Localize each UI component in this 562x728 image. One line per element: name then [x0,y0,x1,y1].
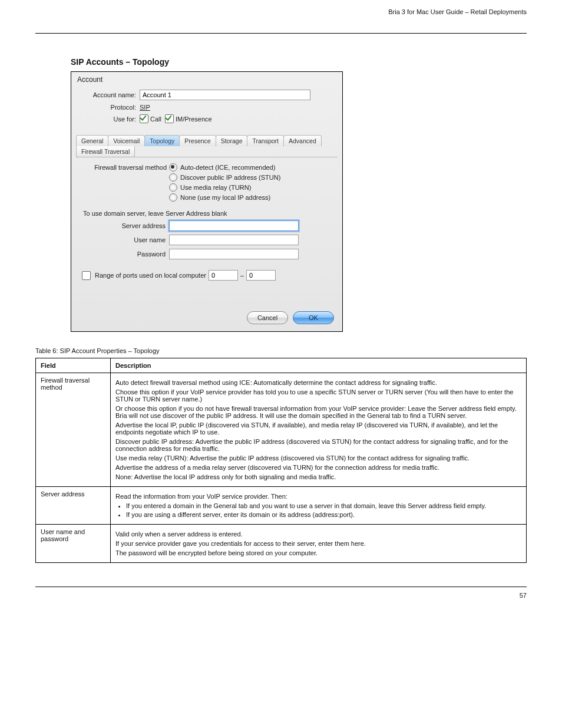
table-row: Server address Read the information from… [36,487,527,525]
page-number: 57 [520,592,527,599]
port-from-input[interactable] [209,270,238,281]
desc-bullet: If you are using a different server, ent… [126,511,521,518]
radio-auto-detect[interactable] [169,163,177,172]
use-for-call-label: Call [150,116,161,123]
tab-storage[interactable]: Storage [216,135,248,146]
tab-advanced[interactable]: Advanced [283,135,322,146]
user-name-input[interactable] [169,235,299,245]
firewall-method-label: Firewall traversal method [83,164,169,171]
tab-general[interactable]: General [76,135,108,146]
radio-auto-detect-label: Auto-detect (ICE, recommended) [180,164,275,171]
radio-turn[interactable] [169,183,177,192]
tab-body: Firewall traversal method Auto-detect (I… [76,157,338,307]
dialog-subtabs: Firewall Traversal [76,146,338,157]
server-hint: To use domain server, leave Server Addre… [83,210,330,217]
account-name-input[interactable] [140,90,310,100]
table-cell-desc: Valid only when a server address is ente… [111,525,527,563]
desc-para: Choose this option if your VoIP service … [115,388,521,403]
table-row: Firewall traversal method Auto detect fi… [36,373,527,487]
use-for-im-label: IM/Presence [176,116,212,123]
page-footer: 57 [35,592,527,599]
server-address-label: Server address [83,222,169,229]
dialog-footer: Cancel OK [71,307,342,331]
subtab-firewall-traversal[interactable]: Firewall Traversal [76,146,135,157]
desc-para: Read the information from your VoIP serv… [115,493,521,500]
desc-para: Advertise the address of a media relay s… [115,464,521,471]
dialog-header: Account name: Protocol: SIP Use for: Cal… [71,87,342,133]
table-cell-field: User name and password [36,525,111,563]
tab-topology[interactable]: Topology [144,135,180,146]
desc-para: None: Advertise the local IP address onl… [115,473,521,480]
port-dash: – [240,272,244,279]
desc-para: The password will be encrypted before be… [115,549,521,556]
page-header: Bria 3 for Mac User Guide – Retail Deplo… [35,8,527,15]
tab-presence[interactable]: Presence [179,135,216,146]
port-to-input[interactable] [246,270,276,281]
desc-para: Or choose this option if you do not have… [115,405,521,419]
server-address-input[interactable] [169,220,299,231]
desc-para: Discover public IP address: Advertise th… [115,438,521,452]
table-header-field: Field [36,358,111,373]
user-name-label: User name [83,236,169,243]
table-caption: Table 6: SIP Account Properties – Topolo… [35,347,527,354]
password-input[interactable] [169,249,299,259]
table-cell-desc: Read the information from your VoIP serv… [111,487,527,525]
section-title: SIP Accounts – Topology [71,57,527,67]
use-for-im-checkbox[interactable] [165,114,174,123]
ports-checkbox[interactable] [82,271,91,280]
desc-para: Valid only when a server address is ente… [115,531,521,538]
password-label: Password [83,251,169,258]
protocol-label: Protocol: [80,104,140,111]
page-top-rule [35,33,527,34]
table-row: User name and password Valid only when a… [36,525,527,563]
use-for-call-checkbox[interactable] [140,114,148,123]
account-name-label: Account name: [80,91,140,98]
tab-transport[interactable]: Transport [247,135,284,146]
cancel-button[interactable]: Cancel [247,311,288,324]
desc-para: Advertise the local IP, public IP (disco… [115,421,521,436]
properties-table: Field Description Firewall traversal met… [35,358,527,563]
ok-button[interactable]: OK [293,311,334,324]
desc-para: Use media relay (TURN): Advertise the pu… [115,454,521,462]
protocol-value: SIP [140,104,150,111]
account-dialog: Account Account name: Protocol: SIP Use … [71,71,343,332]
dialog-title: Account [71,72,342,87]
tab-voicemail[interactable]: Voicemail [108,135,145,146]
table-header-description: Description [111,358,527,373]
table-cell-desc: Auto detect firewall traversal method us… [111,373,527,487]
radio-turn-label: Use media relay (TURN) [180,184,251,191]
use-for-label: Use for: [80,116,140,123]
radio-stun[interactable] [169,173,177,182]
radio-stun-label: Discover public IP address (STUN) [180,174,280,181]
page-bottom-rule [35,587,527,587]
table-cell-field: Firewall traversal method [36,373,111,487]
desc-para: If your service provider gave you creden… [115,540,521,547]
table-cell-field: Server address [36,487,111,525]
desc-para: Auto detect firewall traversal method us… [115,379,521,386]
ports-label: Range of ports used on local computer [95,272,206,279]
desc-bullet: If you entered a domain in the General t… [126,502,521,509]
radio-none[interactable] [169,193,177,202]
dialog-tabs: General Voicemail Topology Presence Stor… [76,135,338,146]
radio-none-label: None (use my local IP address) [180,194,270,201]
